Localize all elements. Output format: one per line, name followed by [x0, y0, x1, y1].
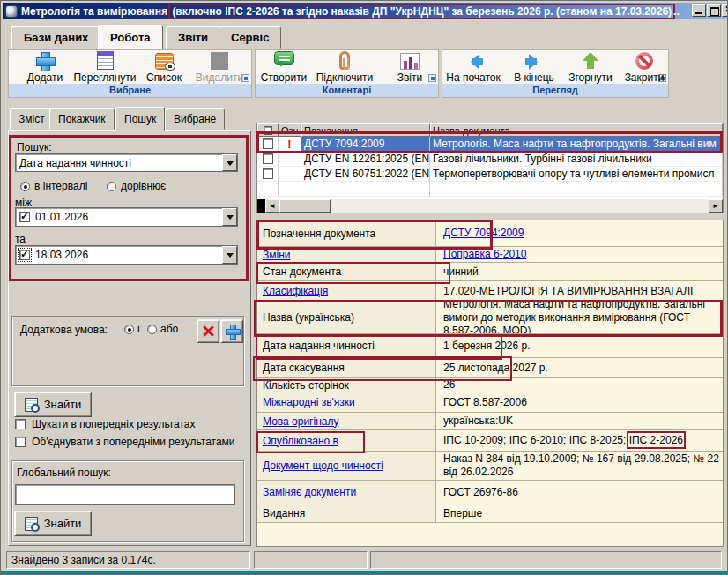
- tab-work[interactable]: Робота: [98, 25, 163, 49]
- detail-label: Позначення документа: [263, 228, 375, 240]
- chevron-down-icon[interactable]: [222, 208, 237, 226]
- add-button[interactable]: Додати: [20, 51, 70, 84]
- find-button[interactable]: Знайти: [14, 392, 92, 417]
- detail-row-language: Мова оригіналу українська:UK: [257, 413, 723, 430]
- sidebar-tab-contents-label: Зміст: [19, 113, 45, 125]
- published-in-link[interactable]: Опубліковано в: [263, 435, 338, 447]
- radio-interval[interactable]: в інтервалі: [20, 180, 87, 192]
- title-bar[interactable]: Метрологія та вимірювання (включно ІПС 2…: [3, 3, 727, 19]
- sidebar-tab-search[interactable]: Пошук: [115, 107, 165, 131]
- checkbox-search-previous-box[interactable]: [15, 419, 26, 429]
- detail-row-classification: Класифікація 17.020-МЕТРОЛОГІЯ ТА ВИМІРЮ…: [257, 281, 723, 302]
- delete-button[interactable]: Видалити: [195, 51, 244, 84]
- notepad-icon: [97, 51, 114, 70]
- comment-icon: [274, 51, 294, 65]
- detail-row-status: Стан документа чинний: [257, 263, 723, 281]
- header-select-column[interactable]: [257, 123, 279, 137]
- results-table-header: Озн Позначення Назва документа: [257, 123, 723, 137]
- scrollbar-thumb[interactable]: [279, 199, 331, 213]
- go-first-button[interactable]: На початок: [443, 51, 503, 84]
- row-checkbox[interactable]: [263, 168, 273, 179]
- row-checkbox[interactable]: [263, 138, 273, 149]
- toolbar-group-comments-caption: Коментарі: [256, 84, 438, 97]
- radio-equals-circle[interactable]: [107, 182, 116, 191]
- edition-value: Вперше: [443, 507, 482, 520]
- header-title-column[interactable]: Назва документа: [430, 123, 723, 137]
- global-find-button[interactable]: Знайти: [14, 511, 92, 536]
- create-comment-button-label: Створити: [261, 71, 308, 84]
- checkbox-merge-previous[interactable]: Об'єднувати з попередніми результатами: [15, 436, 246, 448]
- radio-interval-circle[interactable]: [20, 182, 30, 191]
- radio-and[interactable]: і: [124, 323, 140, 335]
- dialog-launcher-icon[interactable]: [428, 74, 436, 82]
- go-last-button[interactable]: В кінець: [509, 51, 560, 84]
- chevron-down-icon[interactable]: [222, 246, 237, 264]
- tab-databases[interactable]: Бази даних: [11, 26, 100, 49]
- detail-row-designation: Позначення документа ДСТУ 7094:2009: [257, 220, 723, 247]
- close-button[interactable]: [722, 4, 728, 17]
- sidebar-tab-favorites[interactable]: Вибране: [165, 108, 225, 130]
- international-value: ГОСТ 8.587-2006: [443, 396, 527, 409]
- search-field-combobox[interactable]: Дата надання чинності: [15, 153, 238, 172]
- tab-work-label: Робота: [110, 31, 151, 44]
- horizontal-scrollbar[interactable]: ◄ ►: [257, 199, 723, 213]
- header-designation-column[interactable]: Позначення: [301, 123, 430, 137]
- header-mark-column[interactable]: Озн: [279, 123, 301, 137]
- tab-reports[interactable]: Звіти: [166, 26, 220, 49]
- minimize-button[interactable]: [692, 4, 706, 17]
- row-title: Термоперетворювачі опору та чутливі елем…: [433, 168, 715, 180]
- date-to-field[interactable]: 18.03.2026: [15, 245, 238, 265]
- toolbar-group-view-caption: Перегляд: [442, 84, 668, 97]
- date-from-checkbox[interactable]: [19, 212, 30, 222]
- sidebar-tab-contents[interactable]: Зміст: [10, 108, 54, 130]
- radio-equals[interactable]: дорівнює: [107, 180, 166, 192]
- and-label: та: [15, 233, 26, 245]
- classification-link[interactable]: Класифікація: [263, 285, 328, 297]
- amendment-link[interactable]: Поправка 6-2010: [443, 248, 526, 261]
- row-designation: ДСТУ 7094:2009: [304, 138, 384, 150]
- sidebar-tab-index[interactable]: Покажчик: [49, 108, 115, 130]
- detail-row-replaces: Заміняє документи ГОСТ 26976-86: [257, 481, 723, 504]
- changes-link[interactable]: Зміни: [263, 249, 291, 261]
- global-search-input[interactable]: [15, 484, 235, 505]
- header-designation-label: Позначення: [304, 125, 358, 136]
- select-all-checkbox[interactable]: [264, 126, 272, 135]
- detail-row-pages: Кількість сторінок 26: [257, 378, 723, 392]
- search-field-value: Дата надання чинності: [19, 157, 131, 169]
- table-row[interactable]: ДСТУ EN 60751:2022 (EN Термоперетворювач…: [257, 167, 723, 182]
- checkbox-search-previous[interactable]: Шукати в попередніх результатах: [15, 418, 246, 430]
- scroll-right-icon[interactable]: ►: [709, 199, 723, 213]
- list-button[interactable]: Список: [140, 51, 188, 84]
- table-row[interactable]: ! ДСТУ 7094:2009 Метрологія. Маса нафти …: [257, 137, 723, 152]
- replaces-link[interactable]: Заміняє документи: [263, 486, 356, 498]
- view-button[interactable]: Переглянути: [73, 51, 137, 84]
- create-comment-button[interactable]: Створити: [258, 51, 309, 84]
- row-checkbox[interactable]: [263, 153, 273, 164]
- date-to-checkbox[interactable]: [19, 250, 30, 260]
- maximize-button[interactable]: [707, 4, 721, 17]
- validity-doc-link[interactable]: Документ щодо чинності: [263, 459, 383, 472]
- collapse-button[interactable]: Згорнути: [565, 51, 616, 84]
- tab-service[interactable]: Сервіс: [219, 26, 281, 49]
- attach-button[interactable]: Підключити: [316, 51, 373, 84]
- reports-button[interactable]: Звіти: [392, 51, 427, 84]
- close-view-button[interactable]: Закрити: [621, 51, 667, 84]
- chevron-down-icon[interactable]: [222, 154, 237, 171]
- checkbox-merge-previous-box[interactable]: [15, 437, 26, 447]
- scroll-left-icon[interactable]: ◄: [265, 199, 279, 213]
- add-condition-button[interactable]: [220, 319, 243, 343]
- scrollbar-track[interactable]: [331, 199, 709, 213]
- date-from-field[interactable]: 01.01.2026: [15, 207, 238, 227]
- radio-and-circle[interactable]: [124, 325, 134, 334]
- radio-or-circle[interactable]: [147, 325, 157, 334]
- language-link[interactable]: Мова оригіналу: [263, 415, 338, 428]
- international-links-link[interactable]: Міжнародні зв'язки: [263, 396, 355, 408]
- table-row[interactable]: ДСТУ EN 12261:2025 (EN Газові лічильники…: [257, 152, 723, 167]
- toolbar-group-favorites-caption: Вибране: [9, 84, 251, 97]
- document-designation-link[interactable]: ДСТУ 7094:2009: [443, 227, 524, 240]
- radio-or[interactable]: або: [147, 323, 178, 335]
- go-first-button-label: На початок: [446, 71, 501, 84]
- date-from-value: 01.01.2026: [35, 211, 88, 223]
- remove-condition-button[interactable]: [197, 319, 219, 343]
- status-value: чинний: [443, 265, 479, 279]
